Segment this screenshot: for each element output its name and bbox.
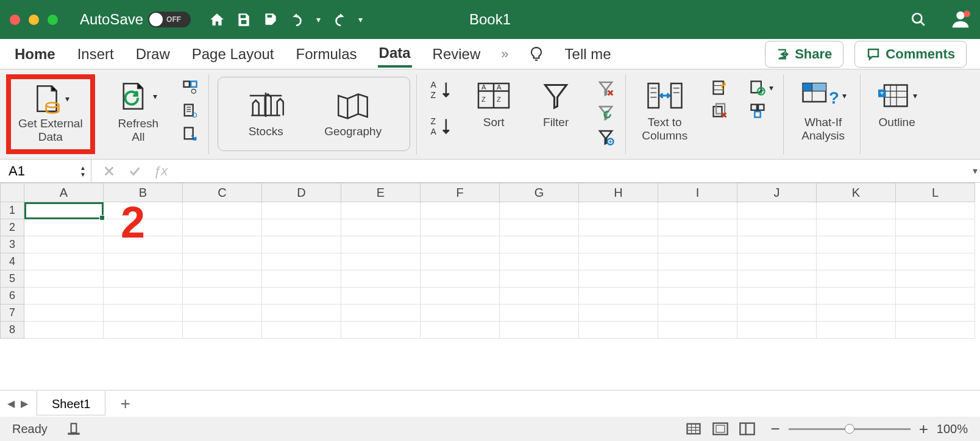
cell-C3[interactable] — [183, 236, 262, 253]
tab-insert[interactable]: Insert — [76, 42, 115, 66]
text-to-columns-button[interactable]: Text to Columns — [634, 77, 695, 146]
advanced-filter-button[interactable] — [596, 128, 616, 146]
cell-D5[interactable] — [262, 270, 341, 288]
clear-filter-button[interactable] — [596, 79, 616, 97]
name-box[interactable]: A1 ▲▼ — [0, 160, 91, 182]
tab-home[interactable]: Home — [13, 42, 57, 66]
cell-D2[interactable] — [262, 219, 341, 236]
tab-review[interactable]: Review — [431, 42, 482, 66]
cell-A6[interactable] — [24, 288, 104, 305]
cell-I6[interactable] — [658, 288, 737, 305]
cell-K5[interactable] — [817, 270, 896, 288]
cell-K4[interactable] — [817, 253, 896, 270]
cell-A8[interactable] — [24, 322, 104, 339]
cell-J1[interactable] — [737, 202, 817, 219]
geography-button[interactable]: Geography — [317, 86, 389, 142]
column-header-J[interactable]: J — [737, 183, 817, 202]
sheet-tab-1[interactable]: Sheet1 — [37, 391, 105, 415]
row-header-7[interactable]: 7 — [0, 305, 24, 322]
save-edit-icon[interactable] — [263, 12, 279, 27]
cell-E8[interactable] — [341, 322, 421, 339]
account-icon[interactable] — [951, 10, 970, 29]
cell-E7[interactable] — [341, 305, 421, 322]
column-header-H[interactable]: H — [579, 183, 658, 202]
cell-F1[interactable] — [421, 202, 500, 219]
cell-G2[interactable] — [500, 219, 579, 236]
outline-button[interactable]: + ▾ Outline — [869, 77, 925, 133]
tell-me-field[interactable]: Tell me — [564, 42, 612, 66]
cell-C8[interactable] — [183, 322, 262, 339]
close-window-button[interactable] — [10, 15, 20, 25]
cell-D4[interactable] — [262, 253, 341, 270]
cell-C4[interactable] — [183, 253, 262, 270]
cell-H5[interactable] — [579, 270, 658, 288]
cell-L2[interactable] — [896, 219, 975, 236]
zoom-out-button[interactable]: − — [770, 420, 779, 439]
sort-button[interactable]: AZAZ Sort — [468, 77, 519, 133]
cell-J3[interactable] — [737, 236, 817, 253]
cell-I2[interactable] — [658, 219, 737, 236]
cell-B6[interactable] — [104, 288, 183, 305]
cell-F7[interactable] — [421, 305, 500, 322]
row-header-4[interactable]: 4 — [0, 253, 24, 270]
zoom-slider[interactable] — [789, 428, 911, 430]
cell-E3[interactable] — [341, 236, 421, 253]
column-header-D[interactable]: D — [262, 183, 341, 202]
column-header-K[interactable]: K — [817, 183, 896, 202]
add-sheet-button[interactable]: + — [114, 394, 136, 414]
cell-H6[interactable] — [579, 288, 658, 305]
properties-icon[interactable] — [182, 102, 199, 119]
consolidate-button[interactable] — [748, 102, 773, 119]
page-break-view-button[interactable] — [739, 422, 756, 436]
sort-asc-button[interactable]: AZ — [429, 79, 452, 100]
get-external-data-button[interactable]: ▾ Get External Data — [6, 74, 95, 154]
cell-F6[interactable] — [421, 288, 500, 305]
cell-J6[interactable] — [737, 288, 817, 305]
column-header-G[interactable]: G — [500, 183, 579, 202]
cell-K7[interactable] — [817, 305, 896, 322]
cell-D6[interactable] — [262, 288, 341, 305]
cell-H8[interactable] — [579, 322, 658, 339]
cell-J2[interactable] — [737, 219, 817, 236]
cell-J5[interactable] — [737, 270, 817, 288]
cell-E5[interactable] — [341, 270, 421, 288]
autosave-toggle[interactable]: OFF — [148, 12, 191, 27]
macro-record-icon[interactable] — [66, 421, 82, 437]
flash-fill-button[interactable] — [711, 79, 729, 96]
cell-L6[interactable] — [896, 288, 975, 305]
tab-page-layout[interactable]: Page Layout — [191, 42, 275, 66]
cell-C5[interactable] — [183, 270, 262, 288]
cell-A3[interactable] — [24, 236, 104, 253]
cell-L1[interactable] — [896, 202, 975, 219]
cell-B5[interactable] — [104, 270, 183, 288]
row-header-5[interactable]: 5 — [0, 270, 24, 288]
cell-K6[interactable] — [817, 288, 896, 305]
comments-button[interactable]: Comments — [854, 41, 967, 68]
cell-L3[interactable] — [896, 236, 975, 253]
row-header-3[interactable]: 3 — [0, 236, 24, 253]
row-header-1[interactable]: 1 — [0, 202, 24, 219]
sheet-nav-next[interactable]: ▶ — [21, 398, 28, 409]
cell-J7[interactable] — [737, 305, 817, 322]
data-validation-button[interactable]: ▾ — [748, 79, 773, 96]
cell-C1[interactable] — [183, 202, 262, 219]
cell-G3[interactable] — [500, 236, 579, 253]
cell-E1[interactable] — [341, 202, 421, 219]
enter-formula-icon[interactable] — [128, 164, 141, 178]
zoom-thumb[interactable] — [845, 424, 854, 434]
cell-I3[interactable] — [658, 236, 737, 253]
column-header-L[interactable]: L — [896, 183, 975, 202]
cell-A5[interactable] — [24, 270, 104, 288]
column-header-F[interactable]: F — [421, 183, 500, 202]
cell-G8[interactable] — [500, 322, 579, 339]
cell-K2[interactable] — [817, 219, 896, 236]
row-header-8[interactable]: 8 — [0, 322, 24, 339]
minimize-window-button[interactable] — [29, 15, 39, 25]
sort-desc-button[interactable]: ZA — [429, 116, 452, 136]
zoom-level[interactable]: 100% — [937, 422, 968, 436]
refresh-all-button[interactable]: ▾ Refresh All — [111, 77, 166, 147]
cell-F2[interactable] — [421, 219, 500, 236]
cell-E6[interactable] — [341, 288, 421, 305]
cell-A2[interactable] — [24, 219, 104, 236]
what-if-analysis-button[interactable]: ? ▾ What-If Analysis — [792, 77, 854, 146]
